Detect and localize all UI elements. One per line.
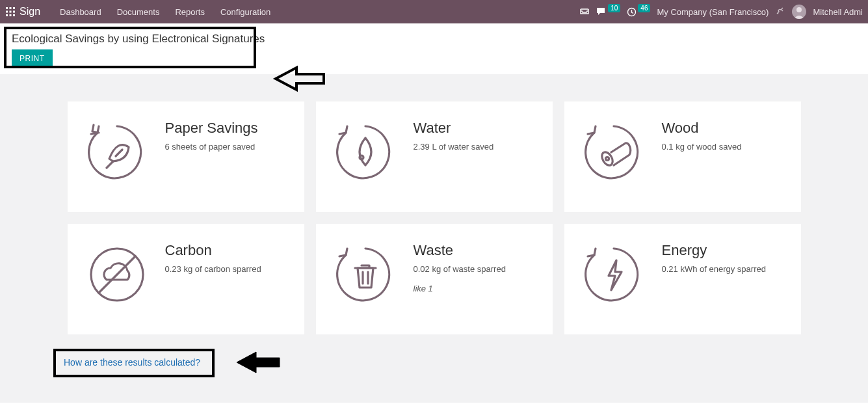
carbon-icon <box>85 242 150 307</box>
card-title: Paper Savings <box>165 120 258 137</box>
nav-dashboard[interactable]: Dashboard <box>52 7 109 17</box>
card-title: Wood <box>662 120 742 137</box>
card-desc: 0.23 kg of carbon sparred <box>165 263 261 276</box>
svg-rect-7 <box>10 14 12 16</box>
page-title: Ecological Savings by using Electronical… <box>0 23 868 49</box>
card-paper-savings: Paper Savings 6 sheets of paper saved <box>68 101 304 212</box>
card-water: Water 2.39 L of water saved <box>316 101 553 212</box>
content-area: Paper Savings 6 sheets of paper saved Wa… <box>0 74 868 403</box>
svg-rect-6 <box>6 14 8 16</box>
svg-rect-8 <box>13 14 15 16</box>
card-desc: 6 sheets of paper saved <box>165 141 258 154</box>
messaging-count: 10 <box>608 4 620 12</box>
debug-icon[interactable] <box>775 6 785 18</box>
apps-icon[interactable] <box>5 7 16 17</box>
user-avatar[interactable] <box>792 5 806 19</box>
tray-icon[interactable] <box>579 7 590 16</box>
cards-grid: Paper Savings 6 sheets of paper saved Wa… <box>0 101 868 334</box>
annotation-arrow-footer <box>234 350 282 375</box>
svg-rect-2 <box>13 7 15 9</box>
footer-area: How are these results calculated? <box>0 357 868 368</box>
waste-cycle-icon <box>333 242 398 307</box>
company-selector[interactable]: My Company (San Francisco) <box>657 7 769 17</box>
card-desc: 0.02 kg of waste sparred <box>414 263 506 276</box>
svg-rect-1 <box>10 7 12 9</box>
leaf-cycle-icon <box>85 120 150 185</box>
card-title: Energy <box>662 242 766 259</box>
card-desc: 2.39 L of water saved <box>414 141 494 154</box>
card-title: Carbon <box>165 242 261 259</box>
nav-configuration[interactable]: Configuration <box>213 7 278 17</box>
svg-rect-3 <box>6 11 8 13</box>
print-button[interactable]: PRINT <box>12 49 53 68</box>
user-name[interactable]: Mitchell Admi <box>813 7 863 17</box>
activities-icon[interactable]: 46 <box>627 7 650 17</box>
nav-documents[interactable]: Documents <box>109 7 168 17</box>
svg-point-10 <box>796 7 802 12</box>
card-title: Water <box>414 120 494 137</box>
svg-rect-0 <box>6 7 8 9</box>
messaging-icon[interactable]: 10 <box>596 7 620 16</box>
svg-point-13 <box>605 157 609 161</box>
annotation-arrow-header <box>272 65 326 92</box>
card-energy: Energy 0.21 kWh of energy sparred <box>564 224 801 334</box>
page-header: Ecological Savings by using Electronical… <box>0 23 868 74</box>
card-title: Waste <box>414 242 506 259</box>
svg-rect-4 <box>10 11 12 13</box>
energy-cycle-icon <box>581 242 646 307</box>
card-wood: Wood 0.1 kg of wood saved <box>564 101 801 212</box>
how-calculated-link[interactable]: How are these results calculated? <box>53 357 200 368</box>
svg-rect-5 <box>13 11 15 13</box>
app-brand[interactable]: Sign <box>20 6 40 18</box>
nav-reports[interactable]: Reports <box>167 7 213 17</box>
card-desc: 0.1 kg of wood saved <box>662 141 742 154</box>
wood-cycle-icon <box>581 120 646 185</box>
activities-count: 46 <box>638 4 650 12</box>
card-desc: 0.21 kWh of energy sparred <box>662 263 766 276</box>
card-waste: Waste 0.02 kg of waste sparred like 1 <box>316 224 553 334</box>
water-cycle-icon <box>333 120 398 185</box>
card-carbon: Carbon 0.23 kg of carbon sparred <box>68 224 304 334</box>
svg-point-12 <box>599 150 614 167</box>
top-nav: Sign Dashboard Documents Reports Configu… <box>0 0 868 23</box>
card-extra: like 1 <box>414 282 506 295</box>
